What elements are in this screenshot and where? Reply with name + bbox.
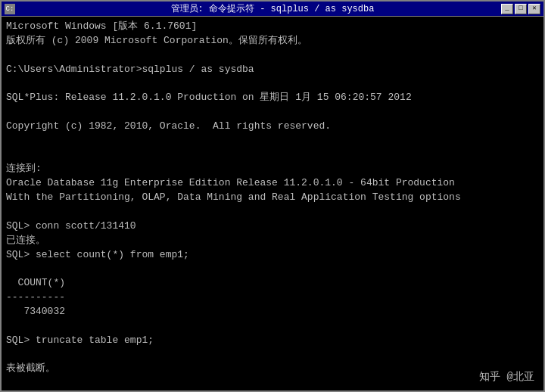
maximize-button[interactable]: □ (515, 4, 527, 14)
minimize-button[interactable]: _ (501, 4, 513, 14)
terminal-area: Microsoft Windows [版本 6.1.7601] 版权所有 (c)… (2, 17, 543, 390)
window-icon: C: (5, 4, 15, 14)
title-bar-text: 管理员: 命令提示符 - sqlplus / as sysdba (171, 2, 375, 15)
watermark: 知乎 @北亚 (479, 369, 534, 384)
window: C: 管理员: 命令提示符 - sqlplus / as sysdba _ □ … (0, 0, 545, 392)
title-bar-buttons: _ □ ✕ (501, 4, 540, 14)
title-bar: C: 管理员: 命令提示符 - sqlplus / as sysdba _ □ … (2, 2, 543, 17)
terminal-output: Microsoft Windows [版本 6.1.7601] 版权所有 (c)… (6, 20, 539, 390)
close-button[interactable]: ✕ (528, 4, 540, 14)
